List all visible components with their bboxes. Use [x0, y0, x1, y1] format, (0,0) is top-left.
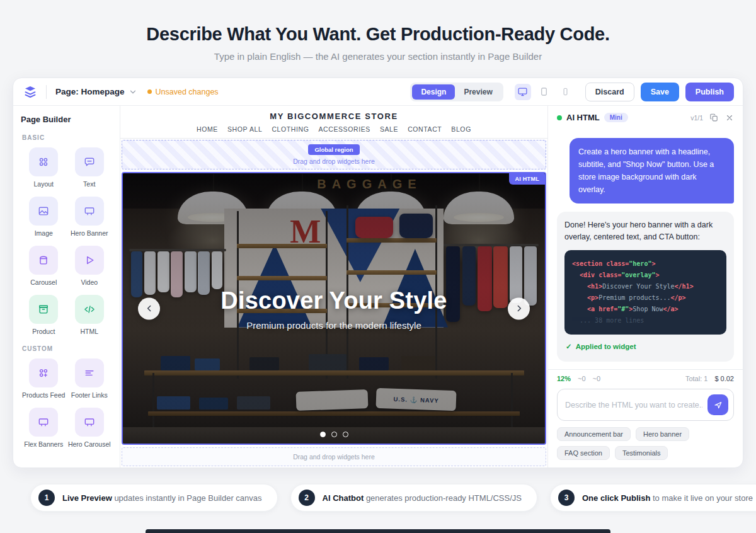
- page-header: Describe What You Want. Get Production-R…: [0, 0, 756, 62]
- widget-tile-hero-banner[interactable]: Hero Banner: [67, 197, 113, 237]
- tablet-icon[interactable]: [536, 84, 553, 100]
- carousel-dots: [123, 432, 545, 437]
- check-icon: ✓: [566, 341, 572, 353]
- context-percent: 12%: [557, 375, 571, 382]
- divider: [46, 85, 47, 99]
- image-icon: [29, 197, 58, 226]
- ai-message-text: Done! Here's your hero banner with a dar…: [564, 221, 713, 241]
- prompt-input[interactable]: [565, 401, 702, 410]
- mobile-icon[interactable]: [558, 84, 574, 100]
- discard-button[interactable]: Discard: [585, 83, 634, 101]
- widget-tile-layout[interactable]: Layout: [21, 147, 67, 188]
- carousel-prev-button[interactable]: [138, 297, 160, 319]
- nav-link-contact[interactable]: CONTACT: [408, 125, 442, 133]
- version-label: v1/1: [690, 114, 703, 122]
- prompt-input-row: [557, 389, 734, 421]
- text-bubble-icon: [75, 147, 104, 176]
- hero-banner-widget[interactable]: AI HTML BAGGAGE M: [122, 172, 546, 445]
- send-plane-icon: [713, 400, 723, 410]
- step-number-badge: 3: [558, 490, 575, 506]
- page-title: Describe What You Want. Get Production-R…: [0, 24, 756, 45]
- ai-panel-header: AI HTML Mini v1/1: [548, 106, 743, 128]
- dropzone-hint: Drag and drop widgets here: [293, 158, 375, 165]
- user-message: Create a hero banner with a headline, su…: [570, 138, 734, 203]
- cost-label: $ 0.02: [714, 375, 734, 382]
- tokens-in: ~0: [578, 375, 586, 382]
- chip-announcement-bar[interactable]: Announcement bar: [557, 427, 631, 441]
- widget-tile-html[interactable]: HTML: [67, 295, 113, 335]
- ai-panel-title: AI HTML: [566, 113, 600, 122]
- code-block[interactable]: <section class="hero"> <div class="overl…: [564, 250, 726, 335]
- code-icon: [75, 295, 104, 324]
- desktop-icon[interactable]: [515, 84, 531, 100]
- hero-copy: Discover Your Style Premium products for…: [123, 287, 545, 330]
- publish-button[interactable]: Publish: [685, 83, 734, 101]
- page-builder-window: Page: Homepage Unsaved changes Design Pr…: [13, 77, 743, 468]
- nav-link-clothing[interactable]: CLOTHING: [272, 125, 309, 133]
- nav-link-accessories[interactable]: ACCESSORIES: [318, 125, 370, 133]
- chat-thread: Create a hero banner with a headline, su…: [548, 128, 743, 369]
- section-label-custom: CUSTOM: [22, 345, 111, 352]
- unsaved-dot-icon: [147, 89, 152, 94]
- save-button[interactable]: Save: [641, 83, 679, 101]
- widget-tile-hero-carousel[interactable]: Hero Carousel: [67, 408, 113, 448]
- nav-link-shop-all[interactable]: SHOP ALL: [227, 125, 262, 133]
- store-nav: HOME SHOP ALL CLOTHING ACCESSORIES SALE …: [120, 125, 547, 133]
- ai-html-panel: AI HTML Mini v1/1 Create a hero banner w…: [547, 106, 743, 467]
- nav-link-blog[interactable]: BLOG: [451, 125, 471, 133]
- layers-stack-icon[interactable]: [22, 84, 38, 100]
- builder-canvas: MY BIGCOMMERCE STORE HOME SHOP ALL CLOTH…: [120, 106, 547, 467]
- widget-tile-footer-links[interactable]: Footer Links: [67, 358, 113, 399]
- carousel-dot[interactable]: [320, 432, 326, 437]
- ai-html-widget-badge: AI HTML: [509, 173, 545, 185]
- nav-link-home[interactable]: HOME: [197, 125, 218, 133]
- send-button[interactable]: [707, 394, 728, 415]
- widget-tile-products-feed[interactable]: Products Feed: [21, 358, 67, 399]
- bottom-dropzone[interactable]: Drag and drop widgets here: [122, 447, 546, 466]
- store-name: MY BIGCOMMERCE STORE: [120, 112, 547, 121]
- widget-tile-video[interactable]: Video: [67, 246, 113, 286]
- model-badge: Mini: [604, 113, 628, 122]
- nav-link-sale[interactable]: SALE: [380, 125, 398, 133]
- feature-card-ai-chatbot: 2 AI Chatbot generates production-ready …: [290, 484, 537, 512]
- feature-cards-row: 1 Live Preview updates instantly in Page…: [30, 484, 726, 512]
- carousel-box-icon: [29, 246, 58, 275]
- widget-tile-image[interactable]: Image: [21, 197, 67, 237]
- bottom-accent-bar: [146, 529, 610, 533]
- global-region-badge: Global region: [308, 144, 359, 155]
- global-region-dropzone[interactable]: Global region Drag and drop widgets here: [122, 140, 546, 169]
- widget-tile-product[interactable]: Product: [21, 295, 67, 335]
- applied-status: ✓ Applied to widget: [566, 341, 725, 353]
- chip-hero-banner[interactable]: Hero banner: [636, 427, 689, 441]
- carousel-dot[interactable]: [343, 432, 348, 437]
- page-subtitle: Type in plain English — the AI generates…: [0, 51, 756, 62]
- sidebar-title: Page Builder: [21, 115, 112, 124]
- widget-tile-flex-banners[interactable]: Flex Banners: [21, 408, 67, 448]
- widgets-sidebar: Page Builder BASIC Layout Text: [13, 106, 120, 467]
- chip-testimonials[interactable]: Testimonials: [615, 446, 668, 460]
- chip-faq-section[interactable]: FAQ section: [557, 446, 610, 460]
- carousel-dot[interactable]: [331, 432, 337, 437]
- page-selector-label[interactable]: Page: Homepage: [55, 87, 125, 96]
- unsaved-changes-status: Unsaved changes: [147, 88, 219, 96]
- usage-stats-row: 12% ~0 ~0 Total: 1 $ 0.02: [548, 369, 743, 387]
- tokens-out: ~0: [593, 375, 601, 382]
- copy-icon[interactable]: [709, 113, 719, 122]
- builder-topbar: Page: Homepage Unsaved changes Design Pr…: [13, 78, 743, 106]
- step-number-badge: 2: [299, 490, 315, 506]
- chevron-down-icon[interactable]: [129, 88, 137, 96]
- preview-tab[interactable]: Preview: [455, 84, 501, 100]
- list-lines-icon: [75, 358, 104, 387]
- design-tab[interactable]: Design: [412, 84, 455, 100]
- widget-tile-text[interactable]: Text: [67, 147, 113, 188]
- feature-card-live-preview: 1 Live Preview updates instantly in Page…: [30, 484, 278, 512]
- widget-tile-carousel[interactable]: Carousel: [21, 246, 67, 286]
- total-requests: Total: 1: [685, 375, 707, 382]
- device-switcher: [515, 84, 574, 100]
- suggestion-chips: Announcement bar Hero banner FAQ section…: [557, 427, 734, 460]
- banner-monitor-icon: [75, 408, 104, 437]
- carousel-next-button[interactable]: [508, 297, 530, 319]
- close-icon[interactable]: [725, 113, 734, 122]
- product-box-icon: [29, 295, 58, 324]
- status-dot-icon: [557, 115, 562, 120]
